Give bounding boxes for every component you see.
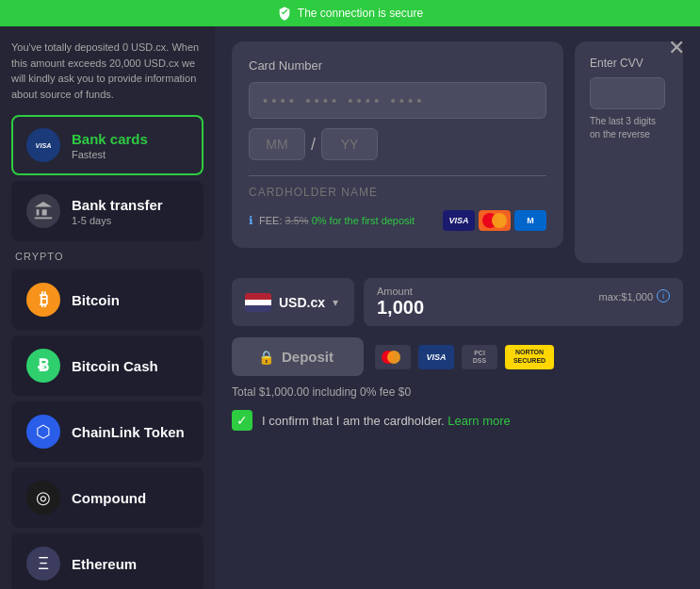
bank-cards-sub: Fastest xyxy=(72,149,188,160)
sidebar-item-bank-cards[interactable]: VISA Bank cards Fastest xyxy=(11,115,203,175)
cvv-section: Enter CVV The last 3 digits on the rever… xyxy=(575,41,683,263)
confirm-checkbox[interactable]: ✓ xyxy=(232,410,252,431)
cardholder-input[interactable] xyxy=(249,175,546,203)
compound-icon: ◎ xyxy=(26,481,60,515)
modal: The connection is secure ✕ You've totall… xyxy=(0,0,700,589)
bank-transfer-sub: 1-5 days xyxy=(72,215,188,226)
security-text: The connection is secure xyxy=(298,7,423,20)
security-bar: The connection is secure xyxy=(0,0,700,26)
sidebar-item-bitcoin-cash[interactable]: Ƀ Bitcoin Cash xyxy=(11,335,203,396)
sidebar-notice: You've totally deposited 0 USD.cx. When … xyxy=(11,40,203,102)
flag-icon xyxy=(245,293,271,312)
chainlink-label: ChainLink Token xyxy=(72,424,188,440)
fee-old: 3.5% xyxy=(285,215,309,226)
chainlink-icon: ⬡ xyxy=(26,415,60,449)
ethereum-label: Ethereum xyxy=(72,556,188,572)
bank-transfer-label: Bank transfer xyxy=(72,197,188,213)
deposit-row: 🔒 Deposit VISA PCIDSS NORT xyxy=(232,337,683,376)
info-icon: ℹ xyxy=(249,214,253,227)
confirm-text: I confirm that I am the cardholder. Lear… xyxy=(262,414,511,428)
maestro-logo: M xyxy=(514,210,546,231)
checkmark-icon: ✓ xyxy=(236,413,248,428)
bitcoin-cash-label: Bitcoin Cash xyxy=(72,358,188,374)
cvv-label: Enter CVV xyxy=(590,57,668,70)
bitcoin-icon: ₿ xyxy=(26,283,60,317)
deposit-button[interactable]: 🔒 Deposit xyxy=(232,337,364,376)
amount-box: Amount 1,000 max:$1,000 i xyxy=(364,278,683,326)
mastercard-badge xyxy=(375,345,411,369)
amount-row: USD.cx ▾ Amount 1,000 max:$1,000 i xyxy=(232,278,683,326)
sidebar-item-chainlink[interactable]: ⬡ ChainLink Token xyxy=(11,401,203,462)
sidebar-item-ethereum[interactable]: Ξ Ethereum xyxy=(11,533,203,589)
expiry-row: / xyxy=(249,128,546,160)
bitcoin-label: Bitcoin xyxy=(72,292,188,308)
year-input[interactable] xyxy=(321,128,378,160)
shield-icon xyxy=(277,6,292,21)
norton-badge: NORTONSECURED xyxy=(505,345,554,369)
card-number-input[interactable] xyxy=(249,82,546,119)
payment-badges: VISA PCIDSS NORTONSECURED xyxy=(375,345,554,369)
amount-label: Amount xyxy=(377,286,424,297)
card-logos: VISA M xyxy=(443,210,546,231)
sidebar-item-bitcoin[interactable]: ₿ Bitcoin xyxy=(11,270,203,330)
visa-logo: VISA xyxy=(443,210,475,231)
close-button[interactable]: ✕ xyxy=(668,36,685,60)
main-content: Card Number / ℹ xyxy=(215,26,700,589)
fee-new: 0% for the first deposit xyxy=(312,215,415,226)
card-number-label: Card Number xyxy=(249,58,546,73)
bank-cards-icon: VISA xyxy=(26,128,60,162)
card-form: Card Number / ℹ xyxy=(232,41,563,248)
fee-row: ℹ FEE: 3.5% 0% for the first deposit VIS… xyxy=(249,210,546,231)
amount-info-icon[interactable]: i xyxy=(657,289,670,303)
fee-info: ℹ FEE: 3.5% 0% for the first deposit xyxy=(249,214,415,227)
cvv-hint: The last 3 digits on the reverse xyxy=(590,115,668,141)
amount-value: 1,000 xyxy=(377,297,424,319)
confirm-row: ✓ I confirm that I am the cardholder. Le… xyxy=(232,410,683,431)
ethereum-icon: Ξ xyxy=(26,547,60,581)
mastercard-logo xyxy=(479,210,511,231)
learn-more-link[interactable]: Learn more xyxy=(448,414,510,428)
confirm-main-text: I confirm that I am the cardholder. xyxy=(262,414,445,428)
chevron-down-icon: ▾ xyxy=(333,296,338,309)
exp-separator: / xyxy=(311,135,316,155)
cvv-input[interactable] xyxy=(590,77,665,109)
fee-text: FEE: 3.5% 0% for the first deposit xyxy=(259,215,415,226)
svg-text:VISA: VISA xyxy=(36,141,52,150)
deposit-label: Deposit xyxy=(282,349,334,365)
fee-label: FEE: xyxy=(259,215,282,226)
crypto-section-label: CRYPTO xyxy=(15,251,203,262)
bank-cards-label: Bank cards xyxy=(72,131,188,147)
bank-transfer-icon xyxy=(26,194,60,228)
compound-label: Compound xyxy=(72,490,188,506)
bitcoin-cash-icon: Ƀ xyxy=(26,349,60,383)
amount-max: max:$1,000 xyxy=(599,291,653,303)
expiry-group: / xyxy=(249,128,378,160)
total-text: Total $1,000.00 including 0% fee $0 xyxy=(232,385,683,399)
lock-icon: 🔒 xyxy=(258,350,274,365)
currency-name: USD.cx xyxy=(279,295,325,310)
sidebar-item-compound[interactable]: ◎ Compound xyxy=(11,467,203,528)
visa-badge: VISA xyxy=(418,345,454,369)
sidebar: You've totally deposited 0 USD.cx. When … xyxy=(0,26,215,589)
pci-badge: PCIDSS xyxy=(462,345,497,369)
currency-select[interactable]: USD.cx ▾ xyxy=(232,278,354,326)
month-input[interactable] xyxy=(249,128,305,160)
sidebar-item-bank-transfer[interactable]: Bank transfer 1-5 days xyxy=(11,181,203,241)
